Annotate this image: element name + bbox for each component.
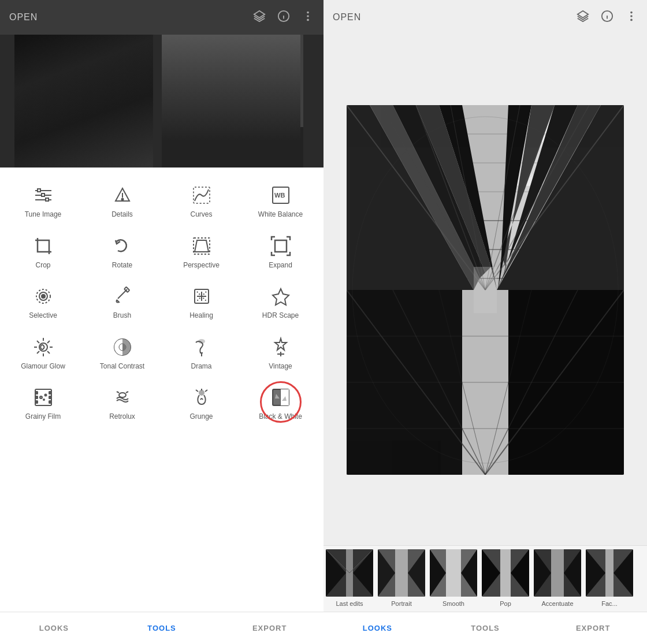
tool-hdr-scape[interactable]: HDR Scape (242, 278, 319, 326)
tool-perspective[interactable]: Perspective (163, 228, 240, 276)
tool-vintage-label: Vintage (269, 362, 292, 371)
look-thumb-last-edits (326, 549, 373, 597)
svg-line-9 (35, 35, 69, 167)
right-nav-looks[interactable]: LOOKS (323, 624, 432, 632)
right-info-icon[interactable] (601, 10, 613, 25)
look-accentuate[interactable]: Accentuate (531, 546, 583, 612)
tool-white-balance[interactable]: WB White Balance (242, 177, 319, 225)
look-last-edits[interactable]: Last edits (323, 546, 375, 612)
tool-grunge-label: Grunge (189, 412, 213, 422)
info-icon[interactable] (277, 10, 290, 25)
svg-rect-67 (49, 401, 51, 403)
svg-marker-135 (474, 267, 497, 313)
tool-tune-image[interactable]: Tune Image (5, 177, 81, 225)
left-header-icons (253, 10, 314, 25)
svg-line-53 (37, 351, 39, 353)
look-portrait-label: Portrait (391, 600, 411, 607)
bw-icon (269, 386, 292, 409)
look-pop[interactable]: Pop (479, 546, 531, 612)
svg-line-11 (75, 35, 110, 167)
tool-details[interactable]: Details (84, 177, 161, 225)
tool-brush[interactable]: Brush (84, 278, 161, 326)
left-image-preview (0, 35, 323, 167)
look-facetune[interactable]: Fac... (583, 546, 635, 612)
svg-line-73 (126, 392, 128, 393)
tool-healing[interactable]: Healing (163, 278, 240, 326)
tool-rotate[interactable]: Rotate (84, 228, 161, 276)
svg-rect-7 (0, 35, 323, 167)
svg-rect-63 (35, 396, 38, 399)
tool-expand[interactable]: Expand (242, 228, 319, 276)
svg-point-88 (630, 15, 633, 17)
svg-rect-66 (49, 396, 51, 399)
look-thumb-smooth (430, 549, 477, 597)
more-icon[interactable] (302, 10, 314, 25)
svg-point-70 (43, 399, 44, 400)
svg-text:WB: WB (274, 192, 285, 199)
svg-line-52 (47, 341, 50, 343)
tool-glamour-label: Glamour Glow (21, 362, 65, 371)
tools-area: Tune Image Details (0, 167, 323, 612)
tool-grainy-film[interactable]: Grainy Film (5, 379, 81, 427)
svg-line-12 (92, 35, 121, 167)
tool-retrolux[interactable]: Retrolux (84, 379, 161, 427)
tool-healing-label: Healing (189, 311, 213, 321)
wb-icon: WB (269, 184, 292, 207)
right-layers-icon[interactable] (577, 10, 589, 25)
tool-selective[interactable]: Selective (5, 278, 81, 326)
tool-wb-label: White Balance (258, 210, 303, 219)
svg-line-76 (205, 390, 207, 392)
grainy-icon (32, 386, 55, 409)
tool-grunge[interactable]: Grunge (163, 379, 240, 427)
left-nav-looks[interactable]: LOOKS (0, 624, 108, 632)
tool-glamour-glow[interactable]: Glamour Glow (5, 329, 81, 377)
svg-rect-8 (14, 35, 153, 167)
svg-marker-157 (551, 549, 564, 597)
svg-marker-58 (275, 338, 287, 350)
right-more-icon[interactable] (625, 10, 638, 25)
tool-grainy-label: Grainy Film (25, 412, 61, 422)
tool-tonal-contrast[interactable]: Tonal Contrast (84, 329, 161, 377)
left-nav-tools[interactable]: TOOLS (108, 624, 216, 632)
tune-icon (32, 184, 55, 207)
left-open-label[interactable]: OPEN (9, 12, 253, 23)
left-header: OPEN (0, 0, 323, 35)
svg-marker-44 (273, 289, 289, 305)
svg-line-13 (116, 35, 139, 167)
left-nav-export[interactable]: EXPORT (215, 624, 323, 632)
tool-drama-label: Drama (191, 362, 211, 371)
right-panel: OPEN (323, 0, 647, 644)
right-nav-tools[interactable]: TOOLS (432, 624, 540, 632)
left-panel: OPEN (0, 0, 323, 644)
right-open-label[interactable]: OPEN (333, 12, 577, 23)
tool-crop[interactable]: Crop (5, 228, 81, 276)
look-portrait[interactable]: Portrait (375, 546, 427, 612)
svg-rect-24 (46, 198, 49, 201)
glamour-icon (32, 336, 55, 359)
vintage-icon (269, 336, 292, 359)
tool-hdr-label: HDR Scape (262, 311, 299, 321)
grunge-icon (190, 386, 213, 409)
svg-marker-145 (395, 549, 408, 597)
right-bottom-nav: LOOKS TOOLS EXPORT (323, 612, 647, 644)
layers-icon[interactable] (253, 10, 266, 25)
tool-curves[interactable]: Curves (163, 177, 240, 225)
selective-icon (32, 285, 55, 308)
look-thumb-facetune (586, 549, 633, 597)
look-facetune-label: Fac... (601, 600, 618, 607)
brush-icon (111, 285, 134, 308)
tool-details-label: Details (111, 210, 133, 219)
tool-tune-image-label: Tune Image (25, 210, 62, 219)
right-nav-export[interactable]: EXPORT (539, 624, 647, 632)
svg-rect-65 (49, 392, 51, 394)
svg-point-71 (119, 393, 126, 397)
tool-vintage[interactable]: Vintage (242, 329, 319, 377)
tonal-icon (111, 336, 134, 359)
tool-drama[interactable]: Drama (163, 329, 240, 377)
svg-point-4 (307, 11, 309, 13)
svg-point-89 (630, 18, 633, 21)
look-smooth[interactable]: Smooth (427, 546, 479, 612)
perspective-icon (190, 234, 213, 258)
tool-black-white[interactable]: Black & White (242, 379, 319, 427)
right-image-area (323, 35, 647, 545)
